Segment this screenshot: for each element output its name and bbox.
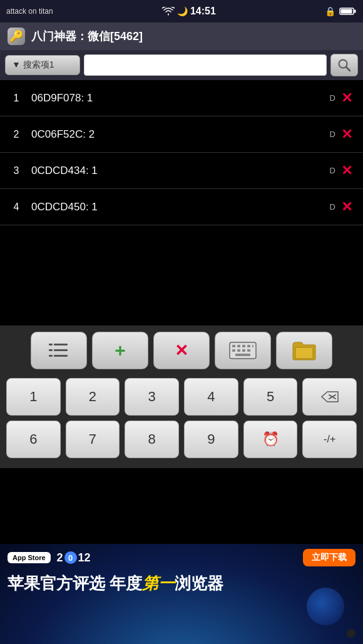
row-number: 4 [8,202,25,213]
num-4-button[interactable]: 4 [184,378,238,416]
search-button[interactable] [330,54,358,76]
ad-banner[interactable]: App Store 2 0 12 立即下载 苹果官方评选 年度第一浏览器 [0,544,363,644]
ad-top-row: App Store 2 0 12 立即下载 [0,544,363,571]
svg-rect-17 [232,349,235,352]
sign-button[interactable]: -/+ [302,421,357,458]
moon-icon: 🌙 [177,6,188,16]
add-button[interactable]: + [92,332,148,369]
numpad: 1 2 3 4 5 6 7 8 [0,378,363,468]
table-row: 2 0C06F52C: 2 D ✕ [0,116,363,153]
close-icon: ✕ [341,91,352,105]
delete-row-button[interactable]: ✕ [338,126,355,143]
key-icon: 🔑 [9,29,23,43]
svg-rect-14 [242,345,245,347]
num-8-button[interactable]: 8 [125,421,179,458]
plus-icon: + [115,340,126,361]
year-2: 2 [57,551,63,565]
svg-rect-9 [49,355,53,357]
numpad-row-2: 6 7 8 9 ⏰ -/+ [6,421,357,458]
folder-icon [292,340,317,361]
title-bar: 🔑 八门神器：微信[5462] [0,23,363,50]
num-8-label: 8 [148,431,156,447]
backspace-button[interactable] [302,378,357,416]
ad-text-highlight: 第一 [142,574,175,593]
folder-button[interactable] [276,332,332,369]
svg-rect-18 [237,349,240,352]
svg-rect-2 [340,9,352,14]
backspace-icon [320,391,339,403]
svg-rect-8 [54,349,68,351]
num-7-button[interactable]: 7 [66,421,120,458]
delete-row-button[interactable]: ✕ [338,162,355,180]
toolbar-row: + ✕ [6,332,357,369]
num-7-label: 7 [89,431,96,447]
delete-row-button[interactable]: ✕ [338,89,355,107]
keyboard-button[interactable] [215,332,271,369]
sign-label: -/+ [324,434,335,445]
row-d-label: D [330,130,335,139]
clock-button[interactable]: ⏰ [243,421,298,458]
carrier-text: attack on titan [6,7,53,16]
search-dropdown[interactable]: ▼ 搜索项1 [5,55,80,75]
ad-dot [347,629,355,638]
num-1-button[interactable]: 1 [6,378,61,416]
ad-text-suffix: 浏览器 [175,574,223,593]
table-row: 1 06D9F078: 1 D ✕ [0,80,363,116]
row-d-label: D [330,93,335,103]
ad-text-main: 苹果官方评选 年度 [8,574,142,593]
svg-rect-16 [252,345,253,347]
download-button[interactable]: 立即下载 [303,549,355,566]
status-bar: attack on titan 🌙 14:51 🔒 [0,0,363,23]
svg-rect-6 [54,344,68,345]
num-4-label: 4 [207,389,215,405]
delete-row-button[interactable]: ✕ [338,198,355,216]
time-display: 14:51 [190,6,216,17]
remove-button[interactable]: ✕ [153,332,210,369]
row-number: 2 [8,129,25,140]
ad-main-text: 苹果官方评选 年度第一浏览器 [0,571,363,596]
num-2-label: 2 [89,389,96,405]
num-5-label: 5 [267,389,274,405]
svg-rect-20 [247,349,250,352]
app-icon: 🔑 [8,28,25,45]
search-input[interactable] [84,54,327,76]
svg-rect-13 [237,345,240,347]
list-icon [48,341,70,360]
download-label: 立即下载 [312,552,347,562]
svg-rect-21 [235,354,250,356]
num-9-label: 9 [207,431,215,447]
svg-rect-19 [242,349,245,352]
svg-rect-15 [247,345,250,347]
row-value: 06D9F078: 1 [31,92,330,105]
bottom-toolbar: + ✕ [0,325,363,378]
close-icon: ✕ [341,128,352,141]
wifi-icon [162,7,175,16]
page-title: 八门神器：微信[5462] [31,29,143,44]
year-12: 12 [78,551,91,565]
row-value: 0CDCD434: 1 [31,165,330,177]
svg-rect-12 [232,345,235,347]
num-9-button[interactable]: 9 [184,421,238,458]
dropdown-label: ▼ 搜索项1 [12,59,54,71]
year-0-circle: 0 [64,551,77,564]
numpad-row-1: 1 2 3 4 5 [6,378,357,416]
clock-icon: ⏰ [262,431,279,447]
num-3-button[interactable]: 3 [125,378,179,416]
svg-rect-7 [49,349,53,351]
num-3-label: 3 [148,389,156,405]
svg-line-4 [346,67,350,71]
num-6-button[interactable]: 6 [6,421,61,458]
search-bar: ▼ 搜索项1 [0,50,363,80]
svg-rect-1 [354,10,355,13]
close-icon: ✕ [341,164,352,178]
empty-space [0,225,363,325]
x-icon: ✕ [175,341,188,360]
num-2-button[interactable]: 2 [66,378,120,416]
row-value: 0CDCD450: 1 [31,201,330,213]
list-button[interactable] [31,332,87,369]
num-5-button[interactable]: 5 [243,378,298,416]
status-left: attack on titan [6,7,53,16]
num-6-label: 6 [29,431,37,447]
table-area: 1 06D9F078: 1 D ✕ 2 0C06F52C: 2 D ✕ 3 0C… [0,80,363,225]
lock-icon: 🔒 [325,6,335,16]
